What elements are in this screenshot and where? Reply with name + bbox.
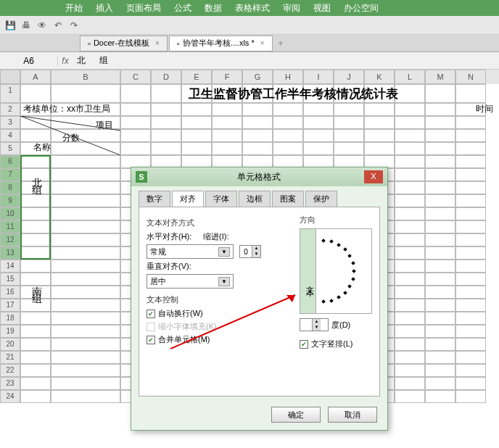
cell[interactable] [364, 116, 395, 129]
formula-bar[interactable]: 北 组 [73, 54, 499, 67]
cell[interactable] [51, 364, 120, 377]
cell[interactable] [334, 142, 364, 155]
cell[interactable] [20, 325, 51, 338]
cell[interactable] [51, 155, 120, 168]
spin-down-icon[interactable]: ▼ [312, 325, 321, 331]
cell[interactable] [395, 273, 425, 286]
cell[interactable] [20, 246, 51, 260]
cell[interactable] [425, 364, 455, 377]
cell[interactable] [395, 364, 425, 377]
col-header[interactable]: F [212, 70, 242, 84]
col-header[interactable]: L [395, 70, 425, 84]
close-icon[interactable]: × [155, 39, 160, 47]
cell[interactable] [395, 233, 425, 246]
cell[interactable] [395, 129, 425, 142]
cell[interactable] [425, 390, 455, 403]
close-icon[interactable]: X [364, 170, 383, 183]
cell[interactable] [455, 142, 486, 155]
cell[interactable] [364, 142, 395, 155]
cell[interactable] [51, 351, 120, 364]
cell[interactable] [303, 142, 334, 155]
cell[interactable] [395, 181, 425, 194]
cell[interactable] [51, 312, 120, 325]
cell[interactable] [455, 364, 486, 377]
new-tab-icon[interactable]: + [274, 38, 288, 49]
cell[interactable] [51, 168, 120, 181]
vertical-text-checkbox[interactable]: ✔文字竖排(L) [300, 339, 372, 349]
cell[interactable] [303, 116, 334, 129]
save-icon[interactable]: 💾 [4, 20, 16, 31]
cell[interactable] [425, 181, 455, 194]
cell[interactable] [395, 338, 425, 351]
cell[interactable] [181, 103, 212, 116]
cell[interactable] [455, 377, 486, 390]
cell[interactable] [364, 103, 395, 116]
cell[interactable] [51, 220, 120, 233]
row-header[interactable]: 16 [0, 286, 20, 299]
spin-down-icon[interactable]: ▼ [252, 252, 260, 257]
cell[interactable] [303, 103, 334, 116]
cell[interactable] [455, 207, 486, 220]
cell[interactable] [395, 325, 425, 338]
orientation-preview[interactable]: 文本 [300, 228, 372, 314]
menu-layout[interactable]: 页面布局 [126, 2, 161, 14]
cell[interactable] [455, 233, 486, 246]
col-header[interactable]: G [242, 70, 273, 84]
cell[interactable] [120, 142, 151, 155]
cell[interactable] [395, 116, 425, 129]
cell[interactable] [425, 168, 455, 181]
col-header[interactable]: E [181, 70, 212, 84]
indent-spinner[interactable]: ▲▼ [239, 245, 261, 258]
cell[interactable] [425, 338, 455, 351]
cell[interactable] [455, 351, 486, 364]
cell[interactable] [425, 299, 455, 312]
cell[interactable] [334, 116, 364, 129]
cell[interactable] [455, 246, 486, 260]
menu-start[interactable]: 开始 [65, 2, 83, 14]
cell[interactable] [273, 116, 303, 129]
col-header[interactable]: C [120, 70, 151, 84]
cell[interactable] [455, 338, 486, 351]
row-header[interactable]: 1 [0, 84, 20, 103]
dialog-tab[interactable]: 字体 [205, 191, 237, 207]
cell[interactable] [425, 207, 455, 220]
cell[interactable] [425, 325, 455, 338]
cell[interactable] [455, 325, 486, 338]
cell[interactable] [425, 377, 455, 390]
redo-icon[interactable]: ↷ [68, 20, 80, 31]
cell[interactable] [51, 325, 120, 338]
cell[interactable] [334, 129, 364, 142]
row-header[interactable]: 3 [0, 116, 20, 129]
cell[interactable] [425, 155, 455, 168]
row-header[interactable]: 20 [0, 338, 20, 351]
cell[interactable] [20, 84, 51, 103]
cell[interactable] [395, 260, 425, 273]
cell[interactable] [120, 84, 151, 103]
cell[interactable] [303, 129, 334, 142]
cell[interactable] [20, 207, 51, 220]
row-header[interactable]: 23 [0, 377, 20, 390]
cell[interactable] [51, 273, 120, 286]
cell[interactable] [455, 220, 486, 233]
cell[interactable] [425, 194, 455, 207]
cell[interactable] [425, 116, 455, 129]
cell[interactable] [20, 194, 51, 207]
cell[interactable] [455, 155, 486, 168]
vertical-text-preview[interactable]: 文本 [300, 229, 316, 313]
cell[interactable] [20, 220, 51, 233]
cell[interactable] [20, 260, 51, 273]
cell[interactable] [51, 377, 120, 390]
cell[interactable] [395, 84, 425, 103]
col-header[interactable]: J [334, 70, 364, 84]
cell[interactable] [51, 286, 120, 299]
cell[interactable] [20, 299, 51, 312]
cell[interactable] [273, 103, 303, 116]
cell[interactable] [455, 129, 486, 142]
cell[interactable] [212, 129, 242, 142]
cell[interactable] [395, 377, 425, 390]
dialog-tab[interactable]: 图案 [272, 191, 304, 207]
cell[interactable] [242, 142, 273, 155]
row-header[interactable]: 5 [0, 142, 20, 155]
col-header[interactable]: D [151, 70, 181, 84]
cell[interactable] [151, 129, 181, 142]
